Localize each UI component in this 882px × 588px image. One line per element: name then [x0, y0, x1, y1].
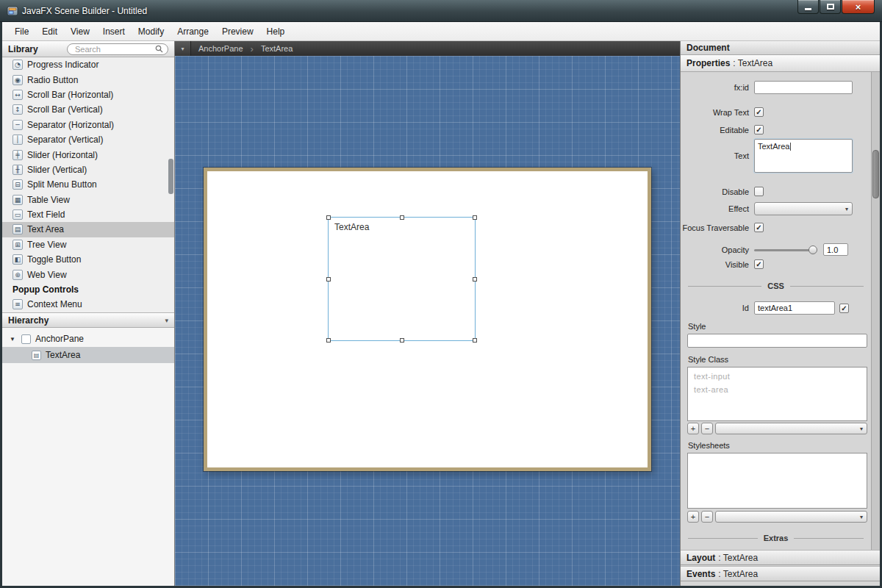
library-item-separator-vertical[interactable]: │Separator (Vertical) [2, 132, 174, 147]
inspector-scrollbar-thumb[interactable] [872, 150, 879, 198]
opacity-slider-thumb[interactable] [808, 245, 817, 254]
id-checkbox[interactable]: ✓ [839, 304, 849, 313]
library-section-popup-controls: Popup Controls [2, 282, 174, 297]
minimize-button[interactable] [797, 0, 819, 14]
resize-handle-nw[interactable] [326, 215, 331, 220]
library-section-label: Popup Controls [12, 284, 79, 295]
menu-preview[interactable]: Preview [215, 24, 260, 40]
menu-view[interactable]: View [64, 24, 96, 40]
library-item-separator-horizontal[interactable]: ─Separator (Horizontal) [2, 118, 174, 132]
anchorpane-icon [21, 334, 31, 344]
opacity-slider-track[interactable] [754, 249, 816, 251]
library-item-scroll-bar-horizontal[interactable]: ↔Scroll Bar (Horizontal) [2, 87, 174, 102]
chevron-down-icon[interactable]: ▾ [165, 317, 168, 324]
extras-section-divider: Extras [688, 534, 864, 542]
close-button[interactable]: × [842, 0, 875, 14]
textarea-node-selection[interactable]: TextArea [328, 217, 476, 341]
style-class-item[interactable]: text-area [688, 381, 867, 394]
library-scrollbar[interactable] [168, 57, 173, 312]
visible-checkbox[interactable]: ✓ [754, 259, 764, 269]
breadcrumb-textarea[interactable]: TextArea [254, 44, 300, 53]
style-class-add-button[interactable]: + [687, 423, 699, 434]
resize-handle-sw[interactable] [326, 338, 331, 343]
app-window: JavaFX Scene Builder - Untitled × File E… [0, 0, 882, 588]
focus-traversable-checkbox[interactable]: ✓ [754, 223, 764, 232]
library-item-toggle-button[interactable]: ◧Toggle Button [2, 252, 174, 267]
search-input[interactable]: Search [67, 43, 168, 55]
stylesheets-dropdown[interactable]: ▾ [715, 511, 867, 523]
resize-handle-ne[interactable] [473, 215, 477, 220]
text-input[interactable]: TextArea [754, 139, 853, 173]
library-item-split-menu-button[interactable]: ⊟Split Menu Button [2, 177, 174, 192]
library-header[interactable]: Library Search [2, 41, 174, 57]
opacity-value: 1.0 [827, 245, 838, 254]
effect-dropdown[interactable]: ▾ [754, 202, 853, 215]
opacity-input[interactable]: 1.0 [823, 243, 848, 256]
editable-checkbox[interactable]: ✓ [754, 125, 764, 135]
close-icon: × [856, 1, 861, 13]
stylesheets-remove-button[interactable]: − [701, 511, 713, 523]
selection-menu-button[interactable]: ▾ [175, 41, 191, 56]
library-item-web-view[interactable]: ⊛Web View [2, 267, 174, 282]
library-item-scroll-bar-vertical[interactable]: ↕Scroll Bar (Vertical) [2, 102, 174, 117]
inspector-scrollbar[interactable] [871, 72, 880, 550]
library-item-table-view[interactable]: ▦Table View [2, 193, 174, 207]
resize-handle-e[interactable] [473, 277, 477, 282]
library-item-label: Slider (Horizontal) [27, 150, 98, 160]
library-item-context-menu[interactable]: ≡Context Menu [2, 297, 174, 312]
library-item-tree-view[interactable]: ⊞Tree View [2, 237, 174, 252]
library-item-text-field[interactable]: ▭Text Field [2, 207, 174, 222]
stylesheets-add-button[interactable]: + [687, 511, 699, 523]
chevron-down-icon: ▾ [845, 206, 848, 212]
document-header[interactable]: Document [681, 41, 880, 55]
style-input[interactable] [687, 334, 867, 348]
hierarchy-node-label: AnchorPane [35, 334, 84, 344]
hierarchy-node-anchorpane[interactable]: ▼ AnchorPane [2, 331, 174, 347]
fxid-label: fx:id [681, 83, 754, 92]
resize-handle-se[interactable] [473, 338, 477, 343]
id-input[interactable]: textArea1 [754, 301, 835, 315]
menu-edit[interactable]: Edit [35, 24, 64, 40]
library-item-label: Text Field [27, 209, 65, 220]
library-scrollbar-thumb[interactable] [168, 159, 173, 194]
menu-file[interactable]: File [8, 24, 35, 40]
menu-insert[interactable]: Insert [96, 24, 132, 40]
opacity-slider[interactable] [754, 245, 816, 254]
menu-help[interactable]: Help [260, 24, 292, 40]
library-item-slider-horizontal[interactable]: ╪Slider (Horizontal) [2, 147, 174, 162]
layout-section-header[interactable]: Layout : TextArea [681, 550, 880, 565]
effect-label: Effect [681, 204, 754, 213]
resize-handle-n[interactable] [400, 215, 404, 220]
context-menu-icon: ≡ [12, 299, 23, 309]
titlebar[interactable]: JavaFX Scene Builder - Untitled × [0, 0, 882, 22]
hierarchy-header[interactable]: Hierarchy ▾ [2, 312, 174, 328]
library-item-label: Context Menu [27, 299, 82, 309]
maximize-button[interactable] [820, 0, 841, 14]
style-class-item[interactable]: text-input [688, 368, 867, 381]
style-class-list[interactable]: text-input text-area [687, 367, 867, 421]
breadcrumb-anchorpane[interactable]: AnchorPane [191, 44, 251, 53]
library-item-slider-vertical[interactable]: ╫Slider (Vertical) [2, 162, 174, 177]
library-item-progress-indicator[interactable]: ◔Progress Indicator [2, 57, 174, 72]
events-section-header[interactable]: Events : TextArea [681, 566, 880, 581]
events-target: : TextArea [718, 569, 758, 579]
menu-modify[interactable]: Modify [132, 24, 171, 40]
library-item-text-area[interactable]: ▤Text Area [2, 222, 174, 237]
library-item-label: Tree View [27, 240, 66, 250]
library-item-label: Scroll Bar (Vertical) [27, 104, 103, 115]
disable-checkbox[interactable] [754, 187, 764, 196]
resize-handle-w[interactable] [326, 277, 331, 282]
style-class-label: Style Class [688, 355, 871, 364]
stylesheets-list[interactable] [687, 453, 867, 509]
hierarchy-node-textarea[interactable]: ▤ TextArea [2, 347, 174, 363]
disclosure-triangle-icon[interactable]: ▼ [10, 336, 17, 343]
library-item-radio-button[interactable]: ◉Radio Button [2, 72, 174, 87]
fxid-input[interactable] [754, 81, 853, 94]
wrap-text-checkbox[interactable]: ✓ [754, 107, 764, 117]
style-class-remove-button[interactable]: − [701, 423, 713, 434]
properties-section-header[interactable]: Properties : TextArea [681, 55, 880, 72]
menu-arrange[interactable]: Arrange [171, 24, 215, 40]
resize-handle-s[interactable] [400, 338, 404, 343]
style-class-dropdown[interactable]: ▾ [715, 423, 867, 434]
content-area: ▾ AnchorPane › TextArea TextArea [175, 41, 680, 586]
